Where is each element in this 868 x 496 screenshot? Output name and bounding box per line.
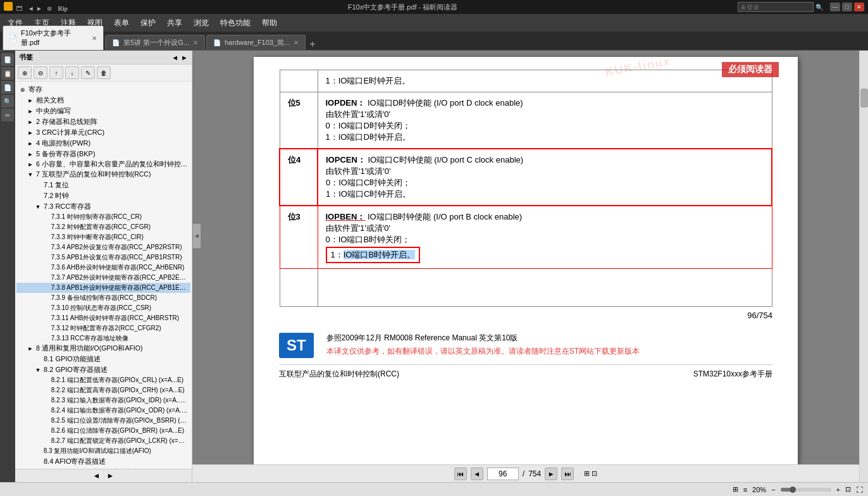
tree-item-27[interactable]: ▼ 8.2 GPIO寄存器描述 xyxy=(16,364,190,375)
sidebar-tool-1[interactable]: ⊕ xyxy=(18,66,32,79)
sidebar-tool-4[interactable]: ↓ xyxy=(65,66,79,79)
tree-item-18[interactable]: 7.3.7 APB2外设时钟使能寄存器(RCC_APB2ENR) xyxy=(16,273,190,283)
sidebar-tool-5[interactable]: ✎ xyxy=(81,66,95,79)
nav-first-button[interactable]: ⏮ xyxy=(454,468,467,480)
tree-item-1[interactable]: ► 相关文档 xyxy=(16,95,190,106)
tree-item-34[interactable]: 8.2.7 端口配置锁定寄存器(GPIOx_LCKR) (x=A...E) xyxy=(16,436,190,446)
tree-item-7[interactable]: ► 6 小容量、中容量和大容量产品的复位和时钟控制(RCC) xyxy=(16,159,190,170)
sidebar-icon-search[interactable]: 🔍 xyxy=(1,95,14,108)
nav-back[interactable]: ◄ xyxy=(28,5,34,12)
tree-item-35[interactable]: 8.3 复用功能I/O和调试端口描述(AFIO) xyxy=(16,446,190,456)
menu-help[interactable]: 帮助 xyxy=(257,16,282,30)
tree-item-16[interactable]: 7.3.5 APB1外设复位寄存器(RCC_APB1RSTR) xyxy=(16,252,190,263)
tree-item-12[interactable]: 7.3.1 时钟控制寄存器(RCC_CR) xyxy=(16,212,190,222)
tree-expand-0[interactable]: ⊕ xyxy=(19,87,27,93)
fit-page-button[interactable]: ⊡ xyxy=(845,485,851,493)
tree-item-15[interactable]: 7.3.4 APB2外设复位寄存器(RCC_APB2RSTR) xyxy=(16,242,190,252)
minimize-button[interactable]: — xyxy=(830,3,840,11)
tree-expand-2[interactable]: ► xyxy=(27,108,34,115)
tree-expand-7[interactable]: ► xyxy=(27,161,34,168)
sidebar-icon-annotations[interactable]: ✏ xyxy=(1,109,14,121)
tree-item-10[interactable]: 7.2 时钟 xyxy=(16,190,190,201)
tab-close-3[interactable]: ✕ xyxy=(294,39,299,46)
tree-item-31[interactable]: 8.2.4 端口输出数据寄存器(GPIOx_ODR) (x=A...E) xyxy=(16,406,190,416)
menu-protect[interactable]: 保护 xyxy=(135,16,161,30)
nav-recent[interactable]: ⊗ xyxy=(47,5,52,12)
menu-share[interactable]: 共享 xyxy=(162,16,187,30)
tree-item-17[interactable]: 7.3.6 AHB外设时钟使能寄存器(RCC_AHBENR) xyxy=(16,263,190,273)
tree-expand-4[interactable]: ► xyxy=(27,130,34,136)
tree-item-9[interactable]: 7.1 复位 xyxy=(16,180,190,190)
new-tab-button[interactable]: + xyxy=(309,39,315,50)
tree-item-20[interactable]: 7.3.9 备份域控制寄存器(RCC_BDCR) xyxy=(16,293,190,303)
zoom-slider-thumb[interactable] xyxy=(790,487,796,493)
tree-item-5[interactable]: ► 4 电源控制(PWR) xyxy=(16,138,190,149)
tree-expand-6[interactable]: ► xyxy=(27,151,34,158)
sidebar-tool-6[interactable]: 🗑 xyxy=(97,66,111,79)
tree-expand-25[interactable]: ► xyxy=(27,345,34,352)
tree-item-3[interactable]: ► 2 存储器和总线矩阵 xyxy=(16,116,190,127)
sidebar-expand-btn[interactable]: ► xyxy=(181,54,188,61)
tree-item-26[interactable]: 8.1 GPIO功能描述 xyxy=(16,354,190,364)
top-search-area[interactable]: 🔍 — □ ✕ xyxy=(738,2,864,12)
tree-item-29[interactable]: 8.2.2 端口配置高寄存器(GPIOx_CRH) (x=A...E) xyxy=(16,385,190,395)
tree-item-28[interactable]: 8.2.1 端口配置低寄存器(GPIOx_CRL) (x=A...E) xyxy=(16,375,190,385)
vertical-scrollbar[interactable] xyxy=(859,51,868,482)
scrollbar-thumb[interactable] xyxy=(860,89,868,108)
zoom-out-button[interactable]: − xyxy=(771,486,775,493)
sidebar-scroll-left[interactable]: ◄ xyxy=(93,471,101,480)
tab-pdf-main[interactable]: 📄 F10x中文参考手册.pdf ✕ xyxy=(3,25,104,50)
sidebar-icon-bookmarks[interactable]: 📑 xyxy=(1,53,14,66)
tab-pdf-2[interactable]: 📄 第5讲 第一个外设G... ✕ xyxy=(105,35,205,50)
tree-expand-27[interactable]: ▼ xyxy=(34,367,42,373)
nav-last-button[interactable]: ⏭ xyxy=(561,468,574,480)
sidebar-tool-2[interactable]: ⊖ xyxy=(34,66,47,79)
sidebar-collapse-button[interactable]: ◄ xyxy=(192,223,201,249)
tree-item-11[interactable]: ▼ 7.3 RCC寄存器 xyxy=(16,201,190,212)
tree-item-6[interactable]: ► 5 备份寄存器(BKP) xyxy=(16,149,190,159)
status-icon-2[interactable]: ≡ xyxy=(743,486,747,493)
menu-features[interactable]: 特色功能 xyxy=(215,16,256,30)
nav-forward[interactable]: ► xyxy=(36,5,42,12)
nav-prev-button[interactable]: ◄ xyxy=(471,468,483,480)
tree-expand-11[interactable]: ▼ xyxy=(34,204,42,210)
tree-item-0[interactable]: ⊕ 寄存 xyxy=(16,84,190,95)
tab-close-main[interactable]: ✕ xyxy=(92,35,97,42)
zoom-in-button[interactable]: + xyxy=(836,486,840,493)
tree-item-30[interactable]: 8.2.3 端口输入数据寄存器(GPIOx_IDR) (x=A...E) xyxy=(16,395,190,406)
tree-expand-3[interactable]: ► xyxy=(27,119,34,125)
sidebar-icon-layers[interactable]: 📋 xyxy=(1,67,14,80)
menu-form[interactable]: 表单 xyxy=(109,16,134,30)
search-icon[interactable]: 🔍 xyxy=(815,4,823,11)
tree-item-33[interactable]: 8.2.6 端口位清除寄存器(GPIOx_BRR) (x=A...E) xyxy=(16,426,190,436)
tree-item-24[interactable]: 7.3.13 RCC寄存器地址映像 xyxy=(16,333,190,344)
page-number-input[interactable] xyxy=(487,468,519,480)
tree-item-21[interactable]: 7.3.10 控制/状态寄存器(RCC_CSR) xyxy=(16,303,190,313)
tab-close-2[interactable]: ✕ xyxy=(193,39,198,46)
status-icon-1[interactable]: ⊞ xyxy=(733,485,738,493)
window-left-controls[interactable]: 🗔 ◄ ► ⊗ Rip xyxy=(4,2,68,13)
sidebar-tool-3[interactable]: ↑ xyxy=(49,66,63,79)
pdf-page[interactable]: KUK-linux 必须阅读器 1：IO端口E时钟开启。 xyxy=(192,51,859,464)
sidebar-icon-pages[interactable]: 📄 xyxy=(1,81,14,94)
tree-item-4[interactable]: ► 3 CRC计算单元(CRC) xyxy=(16,127,190,138)
search-input[interactable] xyxy=(738,2,814,12)
tree-expand-5[interactable]: ► xyxy=(27,140,34,147)
window-menu-icon[interactable]: 🗔 xyxy=(16,5,23,12)
tree-item-36[interactable]: 8.4 AFIO寄存器描述 xyxy=(16,456,190,467)
tree-item-32[interactable]: 8.2.5 端口位设置/清除寄存器(GPIOx_BSRR) (x=A xyxy=(16,416,190,426)
tree-item-22[interactable]: 7.3.11 AHB外设时钟寄存器(RCC_AHBRSTR) xyxy=(16,313,190,323)
menu-browse[interactable]: 浏览 xyxy=(189,16,214,30)
full-screen-button[interactable]: ⛶ xyxy=(856,486,863,493)
tree-item-19[interactable]: 7.3.8 APB1外设时钟使能寄存器(RCC_APB1ENR) xyxy=(16,283,190,293)
tree-expand-1[interactable]: ► xyxy=(27,97,34,104)
nav-next-button[interactable]: ► xyxy=(545,468,557,480)
tree-item-25[interactable]: ► 8 通用和复用功能I/O(GPIO和AFIO) xyxy=(16,344,190,354)
tree-item-13[interactable]: 7.3.2 时钟配置寄存器(RCC_CFGR) xyxy=(16,222,190,232)
maximize-button[interactable]: □ xyxy=(842,3,852,11)
tree-item-2[interactable]: ► 中央的编写 xyxy=(16,106,190,116)
tree-expand-8[interactable]: ▼ xyxy=(27,171,34,178)
tree-item-8[interactable]: ▼ 7 互联型产品的复位和时钟控制(RCC) xyxy=(16,170,190,180)
zoom-slider[interactable] xyxy=(781,488,831,492)
sidebar-collapse-btn[interactable]: ◄ xyxy=(171,54,178,61)
